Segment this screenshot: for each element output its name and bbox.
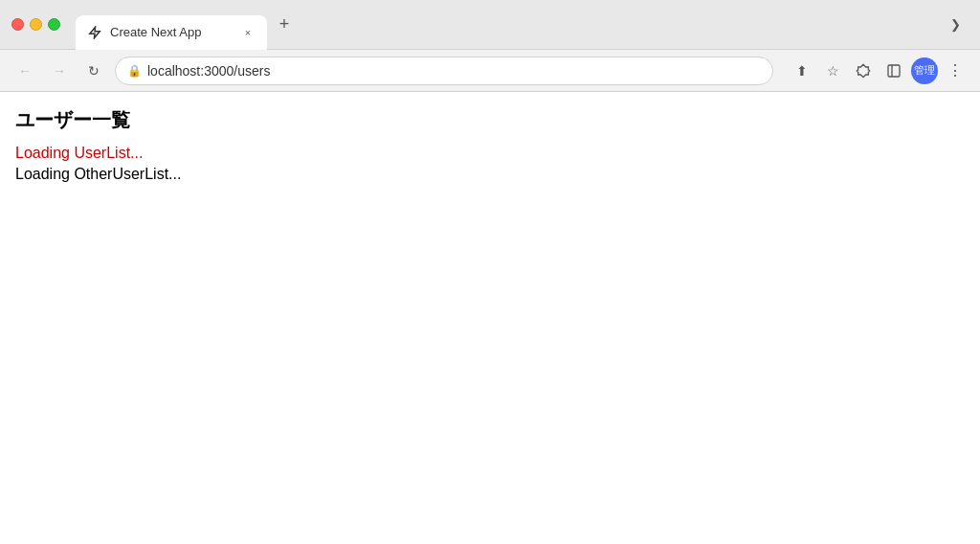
share-button[interactable]: ⬆ — [789, 57, 815, 84]
close-button[interactable] — [11, 18, 24, 31]
sidebar-button[interactable] — [880, 57, 907, 84]
extensions-button[interactable] — [850, 57, 877, 84]
back-button[interactable]: ← — [11, 57, 38, 84]
addressbar: ← → ↻ 🔒 localhost:3000/users ⬆ ☆ 管理 ⋮ — [0, 50, 980, 92]
menu-button[interactable]: ⋮ — [942, 57, 969, 83]
url-bar[interactable]: 🔒 localhost:3000/users — [115, 57, 773, 85]
loading-userlist-text: Loading UserList... — [15, 145, 965, 162]
avatar[interactable]: 管理 — [911, 57, 938, 84]
active-tab[interactable]: Create Next App × — [76, 15, 267, 50]
new-tab-button[interactable]: + — [271, 11, 298, 38]
toolbar-icons: ⬆ ☆ 管理 ⋮ — [789, 57, 969, 84]
bookmark-button[interactable]: ☆ — [819, 57, 846, 84]
loading-otheruserlist-text: Loading OtherUserList... — [15, 166, 965, 183]
tab-bar: Create Next App × + ❯ — [76, 8, 969, 42]
forward-button[interactable]: → — [46, 57, 73, 84]
svg-marker-0 — [90, 27, 100, 38]
svg-rect-1 — [888, 65, 900, 77]
minimize-button[interactable] — [30, 18, 42, 31]
tab-close-button[interactable]: × — [240, 25, 256, 40]
url-text: localhost:3000/users — [147, 63, 270, 79]
reload-button[interactable]: ↻ — [80, 57, 107, 84]
traffic-lights — [11, 18, 60, 31]
page-heading: ユーザー一覧 — [15, 107, 965, 133]
titlebar: Create Next App × + ❯ — [0, 0, 980, 50]
page-content: ユーザー一覧 Loading UserList... Loading Other… — [0, 92, 980, 544]
maximize-button[interactable] — [48, 18, 60, 31]
tab-favicon — [87, 25, 102, 40]
tab-overflow-button[interactable]: ❯ — [943, 13, 969, 35]
lock-icon: 🔒 — [127, 64, 142, 78]
tab-title: Create Next App — [110, 25, 233, 39]
